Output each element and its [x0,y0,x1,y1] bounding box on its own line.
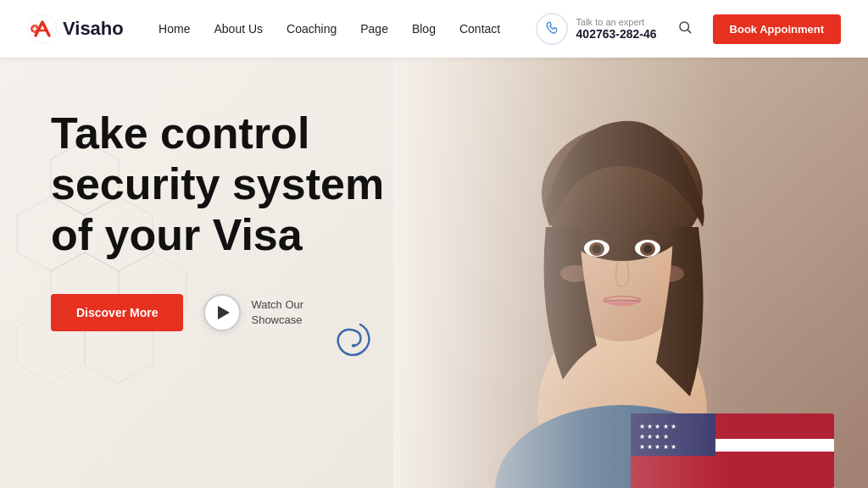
nav-links: Home About Us Coaching Page Blog Contact [159,21,500,36]
nav-item-home[interactable]: Home [159,21,190,36]
hero-title-line3: of your Visa [51,210,303,259]
phone-svg [544,21,559,36]
hero-image: ★ ★ ★ ★ ★ ★ ★ ★ ★ ★ ★ ★ ★ ★ [393,58,868,488]
nav-link-coaching[interactable]: Coaching [287,22,337,36]
navbar: Visaho Home About Us Coaching Page Blog … [0,0,868,58]
svg-point-32 [352,344,355,347]
nav-item-about[interactable]: About Us [214,21,263,36]
watch-wrap: Watch Our Showcase [203,294,303,331]
phone-number: 402763-282-46 [576,27,657,41]
nav-link-about[interactable]: About Us [214,22,263,36]
hero-content: Take control security system of your Vis… [51,108,458,331]
phone-info: Talk to an expert 402763-282-46 [576,17,657,41]
hero-title: Take control security system of your Vis… [51,108,458,260]
hero-section: ★ ★ ★ ★ ★ ★ ★ ★ ★ ★ ★ ★ ★ ★ Take control… [0,58,868,488]
nav-link-home[interactable]: Home [159,22,190,36]
phone-label: Talk to an expert [576,17,657,27]
play-icon [218,306,230,319]
nav-item-page[interactable]: Page [360,21,388,36]
play-button[interactable] [203,294,241,331]
nav-item-blog[interactable]: Blog [412,21,436,36]
nav-item-contact[interactable]: Contact [459,21,500,36]
phone-icon [536,13,568,45]
swirl-svg [331,320,373,371]
woman-illustration: ★ ★ ★ ★ ★ ★ ★ ★ ★ ★ ★ ★ ★ ★ [393,58,868,488]
nav-right: Talk to an expert 402763-282-46 Book App… [536,13,841,45]
discover-more-button[interactable]: Discover More [51,294,183,331]
hero-title-line2: security system [51,159,384,208]
hero-title-line1: Take control [51,108,309,158]
nav-link-page[interactable]: Page [360,22,388,36]
nav-link-contact[interactable]: Contact [459,22,500,36]
logo-link[interactable]: Visaho [27,14,124,44]
phone-block: Talk to an expert 402763-282-46 [536,13,657,45]
book-appointment-button[interactable]: Book Appoinment [713,14,841,44]
search-button[interactable] [670,16,699,42]
nav-link-blog[interactable]: Blog [412,22,436,36]
brand-name: Visaho [63,18,124,40]
decorative-swirl [331,320,373,374]
watch-text: Watch Our Showcase [251,297,303,328]
hero-actions: Discover More Watch Our Showcase [51,294,458,331]
nav-item-coaching[interactable]: Coaching [287,21,337,36]
search-icon [677,19,693,35]
svg-rect-31 [393,58,868,488]
logo-icon [27,14,58,44]
